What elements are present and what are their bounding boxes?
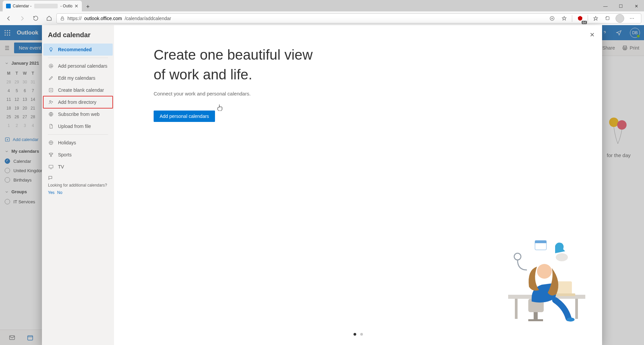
svg-rect-36 <box>535 240 546 243</box>
separator <box>572 15 572 22</box>
profile-button[interactable] <box>614 13 626 23</box>
add-page-button[interactable] <box>546 13 558 23</box>
back-button[interactable] <box>3 12 15 24</box>
url-path: /calendar/addcalendar <box>125 16 171 21</box>
favorite-button[interactable] <box>558 13 570 23</box>
svg-point-28 <box>50 100 51 102</box>
pencil-icon <box>48 75 54 81</box>
browser-tab[interactable]: Calendar - - Outlo ✕ <box>3 1 82 11</box>
pager-dot-2[interactable] <box>360 333 363 336</box>
modal-close-button[interactable]: ✕ <box>590 31 595 39</box>
globe2-icon <box>48 140 54 145</box>
favicon-icon <box>6 4 11 8</box>
tv-icon <box>48 164 54 169</box>
pager-dot-1[interactable] <box>354 333 356 336</box>
modal-side-item-recommended[interactable]: Recommended <box>43 44 113 56</box>
modal-side-item-edit[interactable]: Edit my calendars <box>43 72 113 84</box>
modal-side-label: TV <box>58 164 64 169</box>
forward-button[interactable] <box>16 12 28 24</box>
svg-rect-34 <box>575 299 578 319</box>
plus-square-icon <box>48 87 54 93</box>
svg-rect-2 <box>606 16 609 19</box>
carousel-pager <box>354 333 363 336</box>
modal-side-label: Holidays <box>58 140 76 145</box>
close-window-button[interactable]: ✕ <box>629 1 644 11</box>
maximize-button[interactable]: ☐ <box>613 1 629 11</box>
chat-icon <box>48 176 53 180</box>
svg-rect-0 <box>61 18 64 20</box>
url-scheme: https:// <box>67 16 82 21</box>
url-host: outlook.office.com <box>84 16 122 21</box>
modal-side-label: Add personal calendars <box>58 63 107 69</box>
home-button[interactable] <box>43 12 55 24</box>
modal-side-label: Upload from file <box>58 124 91 129</box>
modal-side-item-sports[interactable]: Sports <box>43 149 113 161</box>
tab-strip: Calendar - - Outlo ✕ + ― ☐ ✕ <box>0 0 644 11</box>
globe-icon <box>48 112 54 117</box>
modal-side-item-tv[interactable]: TV <box>43 161 113 173</box>
svg-rect-33 <box>515 299 518 319</box>
tab-title-suffix: - Outlo <box>60 4 72 8</box>
svg-rect-42 <box>534 312 538 320</box>
feedback-no-link[interactable]: No <box>57 190 62 195</box>
browser-chrome: Calendar - - Outlo ✕ + ― ☐ ✕ https://out… <box>0 0 644 25</box>
modal-title: Add calendar <box>42 31 114 44</box>
modal-side-label: Sports <box>58 152 71 157</box>
favorites-list-button[interactable] <box>590 13 601 23</box>
window-controls: ― ☐ ✕ <box>598 1 644 11</box>
tab-title-prefix: Calendar - <box>13 4 32 8</box>
modal-side-item-directory[interactable]: Add from directory <box>43 96 113 108</box>
modal-side-item-upload[interactable]: Upload from file <box>43 120 113 132</box>
add-personal-calendars-button[interactable]: Add personal calendars <box>154 111 215 122</box>
feedback-yes-link[interactable]: Yes <box>48 190 55 195</box>
collections-button[interactable] <box>602 13 613 23</box>
address-row: https://outlook.office.com/calendar/addc… <box>0 11 644 25</box>
modal-side-label: Recommended <box>58 47 92 52</box>
extension-badge[interactable]: 64 <box>574 13 586 23</box>
modal-side-label: Create blank calendar <box>58 87 104 93</box>
tab-title-redacted <box>34 4 58 8</box>
feedback-text: Looking for additional calendars? <box>48 183 107 188</box>
svg-point-38 <box>556 253 568 261</box>
modal-side-item-subscribe[interactable]: Subscribe from web <box>43 108 113 120</box>
cursor-icon <box>217 104 223 111</box>
new-tab-button[interactable]: + <box>83 2 93 11</box>
svg-point-44 <box>567 318 575 322</box>
svg-rect-31 <box>49 165 53 168</box>
at-icon <box>48 63 54 69</box>
svg-point-26 <box>50 65 52 67</box>
app: Outlook Search Meet now DB ☰ New event S… <box>0 25 644 345</box>
file-icon <box>48 124 54 129</box>
person-plus-icon <box>48 99 54 105</box>
modal-main: ✕ Create one beautiful view of work and … <box>114 25 602 345</box>
svg-point-43 <box>537 264 552 279</box>
hero-title: Create one beautiful view of work and li… <box>154 45 328 85</box>
lock-icon <box>60 16 65 21</box>
refresh-button[interactable] <box>30 12 42 24</box>
modal-side-item-holidays[interactable]: Holidays <box>43 137 113 149</box>
modal-side-item-blank[interactable]: Create blank calendar <box>43 84 113 96</box>
modal-side-label: Subscribe from web <box>58 112 100 117</box>
hero-illustration <box>505 238 592 325</box>
modal-side-label: Add from directory <box>58 99 96 105</box>
modal-side-item-add-personal[interactable]: Add personal calendars <box>43 60 113 72</box>
trophy-icon <box>48 152 54 157</box>
svg-point-37 <box>514 253 521 260</box>
add-calendar-modal: Add calendar RecommendedAdd personal cal… <box>42 25 602 345</box>
lightbulb-icon <box>48 47 54 52</box>
more-button[interactable]: ⋯ <box>626 13 638 23</box>
minimize-button[interactable]: ― <box>598 1 613 11</box>
hero-subtitle: Connect your work and personal calendars… <box>154 91 602 96</box>
extension-count: 64 <box>582 21 587 24</box>
modal-feedback-prompt: Looking for additional calendars? Yes No <box>42 173 114 198</box>
modal-sidebar: Add calendar RecommendedAdd personal cal… <box>42 25 114 345</box>
modal-side-label: Edit my calendars <box>58 75 95 81</box>
separator <box>588 15 588 22</box>
tab-close-icon[interactable]: ✕ <box>74 3 78 9</box>
address-bar[interactable]: https://outlook.office.com/calendar/addc… <box>56 13 641 23</box>
